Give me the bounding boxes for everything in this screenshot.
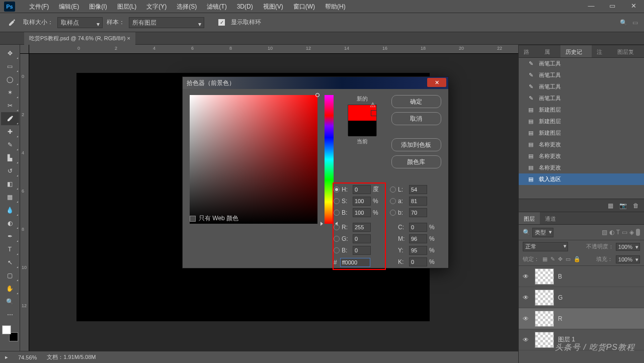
layer-name[interactable]: G <box>558 294 562 301</box>
filter-smart-icon[interactable]: ◈ <box>629 229 634 236</box>
ruler-vertical[interactable]: 024681012 <box>20 54 29 363</box>
status-doc-size[interactable]: 1.91M/5.08M <box>63 354 96 360</box>
opacity-value[interactable]: 100% <box>616 243 640 251</box>
history-item[interactable]: ✎画笔工具 <box>519 69 644 81</box>
crop-tool[interactable]: ✂ <box>1 99 19 112</box>
web-only-checkbox[interactable] <box>190 216 196 222</box>
lock-pixels-icon[interactable]: ▦ <box>542 256 547 262</box>
filter-type-icon[interactable]: T <box>616 229 620 236</box>
maximize-button[interactable]: ▭ <box>602 0 623 13</box>
radio-l[interactable] <box>390 187 396 193</box>
ruler-horizontal[interactable]: 0246810121416182022 <box>29 45 518 54</box>
history-item[interactable]: ▤新建图层 <box>519 127 644 139</box>
visibility-toggle[interactable]: 👁 <box>523 273 531 280</box>
menu-3d[interactable]: 3D(D) <box>232 0 258 13</box>
sample-layers-select[interactable]: 所有图层 <box>129 17 204 28</box>
menu-filter[interactable]: 滤镜(T) <box>202 0 231 13</box>
field-a[interactable] <box>409 197 427 206</box>
history-item[interactable]: ▤新建图层 <box>519 104 644 116</box>
gradient-tool[interactable]: ▦ <box>1 191 19 204</box>
radio-g[interactable] <box>334 236 340 242</box>
menu-view[interactable]: 视图(V) <box>258 0 288 13</box>
layer-name[interactable]: R <box>558 315 562 322</box>
field-c[interactable] <box>409 223 427 232</box>
filter-toggle[interactable] <box>636 229 640 236</box>
document-tab[interactable]: 吃货PS教程.psd @ 74.6% (R, RGB/8#) × <box>24 32 135 45</box>
hand-tool[interactable]: ✋ <box>1 282 19 295</box>
layer-thumbnail[interactable] <box>535 290 554 306</box>
layer-name[interactable]: 图层 1 <box>558 335 575 344</box>
filter-icon[interactable]: 🔍 <box>523 229 530 236</box>
ok-button[interactable]: 确定 <box>391 95 441 108</box>
show-ring-checkbox[interactable]: ✓ <box>218 19 225 26</box>
radio-s[interactable] <box>334 198 340 204</box>
layer-thumbnail[interactable] <box>535 311 554 327</box>
visibility-toggle[interactable]: 👁 <box>523 336 531 343</box>
field-lab-b[interactable] <box>409 208 427 217</box>
cancel-button[interactable]: 取消 <box>391 112 441 125</box>
menu-help[interactable]: 帮助(H) <box>320 0 351 13</box>
camera-icon[interactable]: 📷 <box>619 202 627 209</box>
zoom-tool[interactable]: 🔍 <box>1 295 19 308</box>
tab-properties[interactable]: 属性 <box>539 45 560 57</box>
menu-edit[interactable]: 编辑(E) <box>54 0 84 13</box>
dialog-titlebar[interactable]: 拾色器（前景色） ✕ <box>183 77 448 89</box>
field-r[interactable] <box>353 223 371 232</box>
tab-paths[interactable]: 路径 <box>519 45 539 57</box>
path-select-tool[interactable]: ↖ <box>1 256 19 269</box>
field-b[interactable] <box>353 208 371 217</box>
lock-artboard-icon[interactable]: ▭ <box>566 256 571 262</box>
history-item[interactable]: ▤名称更改 <box>519 139 644 150</box>
history-item[interactable]: ▤名称更改 <box>519 162 644 173</box>
field-y[interactable] <box>409 246 427 255</box>
radio-lab-b[interactable] <box>390 210 396 216</box>
menu-type[interactable]: 文字(Y) <box>141 0 172 13</box>
filter-kind-select[interactable]: 类型 <box>532 228 553 237</box>
workspace-icon[interactable]: ▭ <box>632 19 638 26</box>
gamut-warning-icon[interactable]: ⚠ <box>370 101 376 109</box>
layer-row[interactable]: 👁图层 1 <box>519 329 644 350</box>
saturation-value-field[interactable] <box>190 95 317 224</box>
visibility-toggle[interactable]: 👁 <box>523 294 531 301</box>
visibility-toggle[interactable]: 👁 <box>523 315 531 322</box>
field-hex[interactable] <box>340 258 370 267</box>
pen-tool[interactable]: ✒ <box>1 230 19 243</box>
history-item[interactable]: ✎画笔工具 <box>519 81 644 93</box>
sv-cursor[interactable] <box>315 93 319 97</box>
color-library-button[interactable]: 颜色库 <box>391 155 441 168</box>
tab-layers[interactable]: 图层 <box>519 212 540 224</box>
color-swatches[interactable] <box>2 325 18 341</box>
field-g[interactable] <box>353 234 371 243</box>
magic-wand-tool[interactable]: ✶ <box>1 86 19 99</box>
status-expand-icon[interactable]: ▸ <box>5 354 8 360</box>
ruler-origin[interactable] <box>20 45 29 54</box>
field-m[interactable] <box>409 234 427 243</box>
filter-adjust-icon[interactable]: ◐ <box>609 229 614 236</box>
hue-slider[interactable] <box>325 95 334 224</box>
layer-name[interactable]: B <box>558 273 562 280</box>
field-l[interactable] <box>409 185 427 194</box>
shape-tool[interactable]: ▢ <box>1 269 19 282</box>
minimize-button[interactable]: — <box>581 0 602 13</box>
search-icon[interactable]: 🔍 <box>620 19 627 26</box>
current-color-swatch[interactable] <box>348 121 376 136</box>
lock-brush-icon[interactable]: ✎ <box>550 256 555 262</box>
menu-file[interactable]: 文件(F) <box>24 0 54 13</box>
move-tool[interactable]: ✥ <box>1 47 19 60</box>
tab-notes[interactable]: 注释 <box>592 45 612 57</box>
stamp-tool[interactable]: ▙ <box>1 151 19 164</box>
field-s[interactable] <box>353 197 371 206</box>
filter-image-icon[interactable]: ▧ <box>602 229 607 236</box>
menu-window[interactable]: 窗口(W) <box>288 0 320 13</box>
filter-shape-icon[interactable]: ▭ <box>622 229 627 236</box>
radio-b[interactable] <box>334 210 340 216</box>
sample-size-select[interactable]: 取样点 <box>57 17 103 28</box>
dodge-tool[interactable]: ◐ <box>1 217 19 230</box>
tab-history[interactable]: 历史记录 <box>560 45 592 57</box>
blur-tool[interactable]: 💧 <box>1 204 19 217</box>
field-h[interactable] <box>353 185 371 194</box>
history-item[interactable]: ✎画笔工具 <box>519 93 644 104</box>
history-item[interactable]: ✎画笔工具 <box>519 58 644 69</box>
radio-r[interactable] <box>334 224 340 230</box>
blend-mode-select[interactable]: 正常 <box>523 242 568 251</box>
